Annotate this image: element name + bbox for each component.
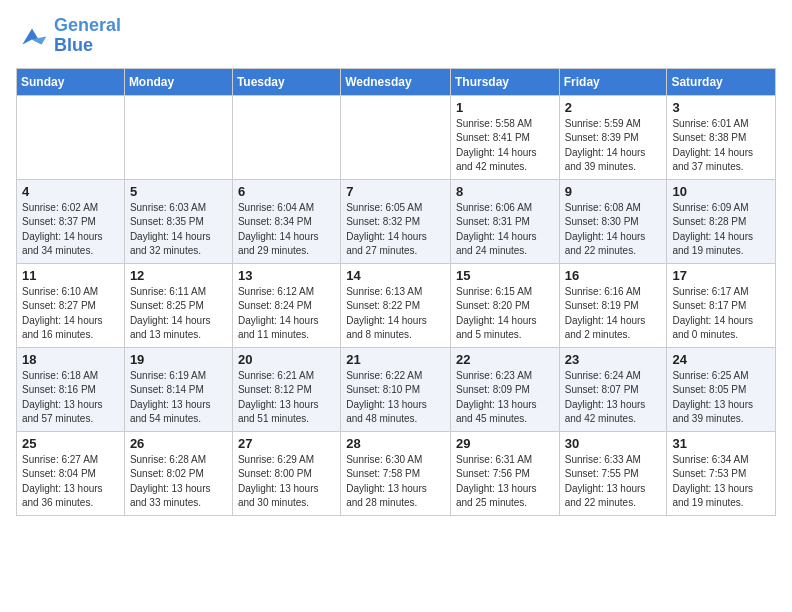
day-info: Sunrise: 6:12 AM Sunset: 8:24 PM Dayligh… — [238, 285, 335, 343]
calendar-cell: 28Sunrise: 6:30 AM Sunset: 7:58 PM Dayli… — [341, 431, 451, 515]
column-header-thursday: Thursday — [450, 68, 559, 95]
calendar-cell: 2Sunrise: 5:59 AM Sunset: 8:39 PM Daylig… — [559, 95, 667, 179]
day-number: 17 — [672, 268, 770, 283]
calendar-cell: 13Sunrise: 6:12 AM Sunset: 8:24 PM Dayli… — [232, 263, 340, 347]
day-number: 22 — [456, 352, 554, 367]
day-number: 3 — [672, 100, 770, 115]
day-info: Sunrise: 6:27 AM Sunset: 8:04 PM Dayligh… — [22, 453, 119, 511]
calendar-cell — [232, 95, 340, 179]
day-number: 16 — [565, 268, 662, 283]
calendar-cell: 16Sunrise: 6:16 AM Sunset: 8:19 PM Dayli… — [559, 263, 667, 347]
calendar-table: SundayMondayTuesdayWednesdayThursdayFrid… — [16, 68, 776, 516]
calendar-cell: 17Sunrise: 6:17 AM Sunset: 8:17 PM Dayli… — [667, 263, 776, 347]
day-number: 28 — [346, 436, 445, 451]
day-number: 13 — [238, 268, 335, 283]
day-number: 6 — [238, 184, 335, 199]
day-info: Sunrise: 6:02 AM Sunset: 8:37 PM Dayligh… — [22, 201, 119, 259]
column-header-saturday: Saturday — [667, 68, 776, 95]
day-number: 1 — [456, 100, 554, 115]
day-number: 12 — [130, 268, 227, 283]
calendar-cell: 25Sunrise: 6:27 AM Sunset: 8:04 PM Dayli… — [17, 431, 125, 515]
column-header-tuesday: Tuesday — [232, 68, 340, 95]
calendar-cell — [341, 95, 451, 179]
day-info: Sunrise: 6:01 AM Sunset: 8:38 PM Dayligh… — [672, 117, 770, 175]
day-number: 5 — [130, 184, 227, 199]
day-number: 19 — [130, 352, 227, 367]
calendar-header-row: SundayMondayTuesdayWednesdayThursdayFrid… — [17, 68, 776, 95]
day-number: 30 — [565, 436, 662, 451]
day-info: Sunrise: 5:58 AM Sunset: 8:41 PM Dayligh… — [456, 117, 554, 175]
day-info: Sunrise: 6:13 AM Sunset: 8:22 PM Dayligh… — [346, 285, 445, 343]
day-info: Sunrise: 6:24 AM Sunset: 8:07 PM Dayligh… — [565, 369, 662, 427]
day-number: 4 — [22, 184, 119, 199]
day-info: Sunrise: 6:16 AM Sunset: 8:19 PM Dayligh… — [565, 285, 662, 343]
day-info: Sunrise: 5:59 AM Sunset: 8:39 PM Dayligh… — [565, 117, 662, 175]
day-number: 24 — [672, 352, 770, 367]
logo-icon — [16, 22, 48, 50]
column-header-friday: Friday — [559, 68, 667, 95]
day-number: 23 — [565, 352, 662, 367]
column-header-wednesday: Wednesday — [341, 68, 451, 95]
day-number: 8 — [456, 184, 554, 199]
calendar-cell: 23Sunrise: 6:24 AM Sunset: 8:07 PM Dayli… — [559, 347, 667, 431]
calendar-week-row: 11Sunrise: 6:10 AM Sunset: 8:27 PM Dayli… — [17, 263, 776, 347]
day-info: Sunrise: 6:22 AM Sunset: 8:10 PM Dayligh… — [346, 369, 445, 427]
day-info: Sunrise: 6:15 AM Sunset: 8:20 PM Dayligh… — [456, 285, 554, 343]
calendar-cell: 26Sunrise: 6:28 AM Sunset: 8:02 PM Dayli… — [124, 431, 232, 515]
calendar-week-row: 4Sunrise: 6:02 AM Sunset: 8:37 PM Daylig… — [17, 179, 776, 263]
day-info: Sunrise: 6:28 AM Sunset: 8:02 PM Dayligh… — [130, 453, 227, 511]
day-number: 25 — [22, 436, 119, 451]
calendar-cell: 27Sunrise: 6:29 AM Sunset: 8:00 PM Dayli… — [232, 431, 340, 515]
day-info: Sunrise: 6:23 AM Sunset: 8:09 PM Dayligh… — [456, 369, 554, 427]
day-info: Sunrise: 6:03 AM Sunset: 8:35 PM Dayligh… — [130, 201, 227, 259]
calendar-cell: 5Sunrise: 6:03 AM Sunset: 8:35 PM Daylig… — [124, 179, 232, 263]
calendar-cell: 3Sunrise: 6:01 AM Sunset: 8:38 PM Daylig… — [667, 95, 776, 179]
calendar-cell: 11Sunrise: 6:10 AM Sunset: 8:27 PM Dayli… — [17, 263, 125, 347]
calendar-cell: 9Sunrise: 6:08 AM Sunset: 8:30 PM Daylig… — [559, 179, 667, 263]
day-number: 15 — [456, 268, 554, 283]
day-info: Sunrise: 6:04 AM Sunset: 8:34 PM Dayligh… — [238, 201, 335, 259]
calendar-cell: 24Sunrise: 6:25 AM Sunset: 8:05 PM Dayli… — [667, 347, 776, 431]
calendar-cell: 20Sunrise: 6:21 AM Sunset: 8:12 PM Dayli… — [232, 347, 340, 431]
calendar-cell: 7Sunrise: 6:05 AM Sunset: 8:32 PM Daylig… — [341, 179, 451, 263]
day-number: 14 — [346, 268, 445, 283]
calendar-cell: 1Sunrise: 5:58 AM Sunset: 8:41 PM Daylig… — [450, 95, 559, 179]
calendar-cell — [124, 95, 232, 179]
logo-text: General Blue — [54, 16, 121, 56]
day-number: 20 — [238, 352, 335, 367]
day-number: 26 — [130, 436, 227, 451]
day-info: Sunrise: 6:06 AM Sunset: 8:31 PM Dayligh… — [456, 201, 554, 259]
calendar-cell: 8Sunrise: 6:06 AM Sunset: 8:31 PM Daylig… — [450, 179, 559, 263]
calendar-week-row: 1Sunrise: 5:58 AM Sunset: 8:41 PM Daylig… — [17, 95, 776, 179]
calendar-cell: 10Sunrise: 6:09 AM Sunset: 8:28 PM Dayli… — [667, 179, 776, 263]
day-info: Sunrise: 6:11 AM Sunset: 8:25 PM Dayligh… — [130, 285, 227, 343]
page-header: General Blue — [16, 16, 776, 56]
day-number: 10 — [672, 184, 770, 199]
calendar-cell: 19Sunrise: 6:19 AM Sunset: 8:14 PM Dayli… — [124, 347, 232, 431]
day-number: 27 — [238, 436, 335, 451]
calendar-cell: 29Sunrise: 6:31 AM Sunset: 7:56 PM Dayli… — [450, 431, 559, 515]
calendar-cell: 18Sunrise: 6:18 AM Sunset: 8:16 PM Dayli… — [17, 347, 125, 431]
day-info: Sunrise: 6:29 AM Sunset: 8:00 PM Dayligh… — [238, 453, 335, 511]
calendar-cell: 21Sunrise: 6:22 AM Sunset: 8:10 PM Dayli… — [341, 347, 451, 431]
day-info: Sunrise: 6:09 AM Sunset: 8:28 PM Dayligh… — [672, 201, 770, 259]
day-number: 7 — [346, 184, 445, 199]
day-number: 31 — [672, 436, 770, 451]
day-info: Sunrise: 6:17 AM Sunset: 8:17 PM Dayligh… — [672, 285, 770, 343]
calendar-cell: 15Sunrise: 6:15 AM Sunset: 8:20 PM Dayli… — [450, 263, 559, 347]
calendar-cell: 6Sunrise: 6:04 AM Sunset: 8:34 PM Daylig… — [232, 179, 340, 263]
day-info: Sunrise: 6:33 AM Sunset: 7:55 PM Dayligh… — [565, 453, 662, 511]
day-number: 2 — [565, 100, 662, 115]
day-number: 29 — [456, 436, 554, 451]
day-number: 9 — [565, 184, 662, 199]
calendar-cell: 12Sunrise: 6:11 AM Sunset: 8:25 PM Dayli… — [124, 263, 232, 347]
logo: General Blue — [16, 16, 121, 56]
calendar-cell — [17, 95, 125, 179]
calendar-week-row: 18Sunrise: 6:18 AM Sunset: 8:16 PM Dayli… — [17, 347, 776, 431]
day-info: Sunrise: 6:31 AM Sunset: 7:56 PM Dayligh… — [456, 453, 554, 511]
day-info: Sunrise: 6:08 AM Sunset: 8:30 PM Dayligh… — [565, 201, 662, 259]
day-info: Sunrise: 6:10 AM Sunset: 8:27 PM Dayligh… — [22, 285, 119, 343]
day-info: Sunrise: 6:30 AM Sunset: 7:58 PM Dayligh… — [346, 453, 445, 511]
day-info: Sunrise: 6:05 AM Sunset: 8:32 PM Dayligh… — [346, 201, 445, 259]
calendar-cell: 30Sunrise: 6:33 AM Sunset: 7:55 PM Dayli… — [559, 431, 667, 515]
